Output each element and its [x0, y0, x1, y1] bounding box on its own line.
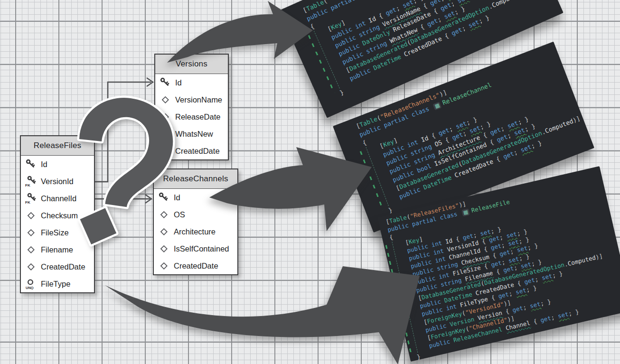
erd-row-releasedate: ReleaseDate: [155, 108, 228, 125]
unique-icon: UNQ: [25, 278, 37, 289]
erd-column-label: VersionId: [41, 177, 74, 186]
diamond-icon: [160, 94, 171, 105]
erd-column-label: FileType: [41, 280, 70, 289]
svg-text:FK: FK: [25, 200, 30, 204]
diagram-canvas: { "canvas": {"width": 1306, "height": 76…: [0, 0, 620, 364]
erd-column-label: Checksum: [41, 211, 78, 220]
erd-table-title: ReleaseChannels: [154, 169, 237, 189]
erd-column-label: CreatedDate: [174, 261, 218, 271]
erd-column-label: Filename: [41, 245, 73, 254]
erd-column-label: IsSelfContained: [174, 244, 229, 253]
diamond-icon: [160, 145, 171, 157]
erd-row-filesize: FileSize: [21, 224, 94, 241]
connector-arrowhead-versions: [147, 78, 153, 86]
arrow-releasefiles-to-code: [105, 266, 420, 364]
erd-column-label: CreatedDate: [41, 262, 85, 271]
erd-column-label: Architecture: [174, 227, 216, 236]
erd-row-checksum: Checksum: [21, 207, 94, 224]
erd-table-title: Versions: [155, 55, 228, 74]
diamond-icon: [25, 210, 37, 221]
erd-table-release-channels: ReleaseChannelsIdOSArchitectureIsSelfCon…: [153, 168, 238, 275]
diamond-icon: [25, 261, 37, 272]
erd-column-label: Id: [174, 193, 180, 202]
erd-row-createddate: CreatedDate: [21, 258, 94, 275]
connector-versionid-to-versions: [95, 82, 151, 182]
erd-table-versions: VersionsIdVersionNameReleaseDateWhatsNew…: [154, 54, 229, 160]
diamond-icon: [158, 226, 169, 237]
erd-row-id: Id: [21, 156, 94, 173]
erd-column-label: Id: [41, 160, 47, 169]
erd-row-architecture: Architecture: [154, 223, 237, 240]
erd-row-id: Id: [154, 189, 237, 206]
erd-table-title: ReleaseFiles: [21, 136, 94, 156]
erd-column-label: CreatedDate: [175, 147, 220, 156]
erd-row-channelid: FKChannelId: [21, 190, 94, 207]
key-fk-icon: FK: [25, 176, 37, 187]
connector-arrowhead-releasechannels: [145, 195, 151, 203]
erd-column-label: FileSize: [41, 228, 69, 237]
diamond-icon: [158, 243, 169, 254]
key-fk-icon: FK: [25, 193, 37, 204]
erd-row-isselfcontained: IsSelfContained: [154, 240, 237, 257]
key-pk-icon: [160, 77, 171, 88]
key-pk-icon: [25, 159, 37, 170]
erd-row-os: OS: [154, 206, 237, 223]
erd-column-label: Id: [175, 78, 182, 87]
diamond-icon: [158, 260, 169, 271]
key-pk-icon: [158, 192, 169, 203]
erd-row-whatsnew: WhatsNew: [155, 125, 228, 142]
erd-row-filetype: UNQFileType: [21, 275, 94, 292]
erd-table-release-files: ReleaseFilesIdFKVersionIdFKChannelIdChec…: [20, 135, 95, 293]
erd-column-label: WhatsNew: [175, 130, 213, 139]
diamond-icon: [160, 111, 171, 122]
erd-column-label: ReleaseDate: [175, 112, 220, 121]
diamond-icon: [160, 128, 171, 140]
diamond-icon: [25, 244, 37, 255]
diamond-icon: [158, 209, 169, 220]
diamond-icon: [25, 227, 37, 238]
erd-row-createddate: CreatedDate: [154, 257, 237, 274]
erd-row-versionname: VersionName: [155, 91, 228, 108]
svg-text:UNQ: UNQ: [26, 286, 34, 289]
svg-text:FK: FK: [25, 183, 30, 187]
erd-column-label: VersionName: [175, 95, 222, 104]
erd-row-versionid: FKVersionId: [21, 173, 94, 190]
erd-column-label: ChannelId: [41, 194, 76, 203]
erd-row-filename: Filename: [21, 241, 94, 258]
erd-row-createddate: CreatedDate: [155, 142, 228, 159]
erd-row-id: Id: [155, 74, 228, 91]
erd-column-label: OS: [174, 210, 185, 219]
